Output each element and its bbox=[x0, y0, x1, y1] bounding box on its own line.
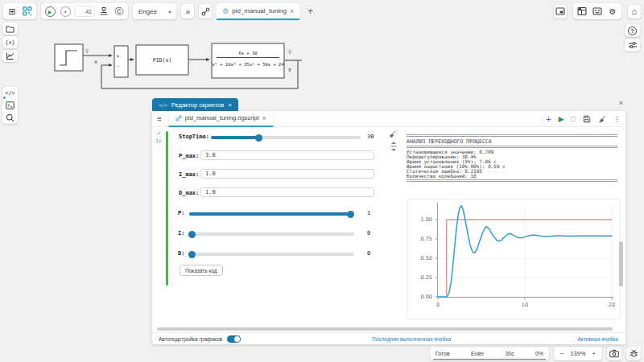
solver-name: Euler bbox=[471, 351, 484, 356]
run-cell-icon[interactable]: ▶ bbox=[559, 115, 564, 123]
search-help-icon[interactable] bbox=[2, 112, 18, 124]
sum-minus-sign: - bbox=[117, 63, 120, 69]
report-bug-icon[interactable] bbox=[626, 347, 641, 360]
panel-title: Редактор скриптов bbox=[171, 101, 224, 109]
stop-cell-icon[interactable]: □ bbox=[572, 115, 576, 123]
files-folder-icon[interactable] bbox=[2, 23, 18, 35]
settings-sliders-icon[interactable] bbox=[625, 39, 640, 51]
cell-list-icon[interactable]: ≡ bbox=[157, 114, 162, 123]
clear-output-icon[interactable] bbox=[388, 130, 396, 138]
clear-all-icon[interactable] bbox=[598, 115, 606, 123]
layout-grid-icon[interactable] bbox=[576, 5, 588, 18]
pid-block[interactable]: PID(s) bbox=[136, 45, 188, 75]
status-text: Готов bbox=[436, 351, 450, 356]
run-simulation-icon[interactable]: ▶ bbox=[43, 5, 56, 18]
svg-text:1.00: 1.00 bbox=[421, 216, 432, 223]
zoom-in-button[interactable]: + bbox=[592, 350, 596, 357]
chevron-down-icon: ▾ bbox=[168, 9, 171, 14]
close-editor-icon[interactable]: × bbox=[619, 99, 623, 107]
pmax-input[interactable] bbox=[200, 150, 374, 160]
pip-window-icon[interactable] bbox=[554, 5, 567, 19]
model-gear-icon: ⚙ bbox=[222, 7, 229, 15]
sim-progress: 0% bbox=[535, 351, 543, 356]
resize-handle-icon[interactable] bbox=[390, 142, 397, 151]
show-code-button[interactable]: Показать код bbox=[180, 265, 223, 276]
horizontal-scrollbar[interactable] bbox=[157, 327, 613, 331]
help-icon[interactable]: ? bbox=[625, 24, 640, 37]
vertical-scrollbar[interactable] bbox=[619, 241, 623, 286]
svg-text:0.75: 0.75 bbox=[421, 236, 432, 242]
more-options-icon[interactable]: ⋮ bbox=[613, 115, 621, 123]
signal-label-y: y bbox=[288, 66, 291, 72]
home-icon[interactable]: ⌂ bbox=[628, 5, 641, 19]
pid-label: PID(s) bbox=[153, 57, 171, 64]
model-canvas[interactable]: + - PID(s) 6s + 30 s⁴ + 10s³ + 35s² + 50… bbox=[44, 34, 310, 97]
step-block[interactable] bbox=[55, 44, 83, 71]
last-executed-cell-link[interactable]: Последняя выполненная ячейка bbox=[372, 336, 451, 342]
environment-select[interactable]: Engee ▾ bbox=[133, 3, 176, 19]
deploy-icon[interactable] bbox=[97, 5, 110, 18]
close-tab-icon[interactable]: × bbox=[290, 7, 294, 15]
stoptime-slider[interactable] bbox=[211, 136, 361, 139]
autoscale-toggle[interactable] bbox=[227, 335, 241, 343]
expand-tabs-icon[interactable]: » bbox=[181, 4, 194, 19]
signal-monitor-icon[interactable] bbox=[85, 49, 89, 53]
slider-thumb[interactable] bbox=[347, 211, 354, 218]
p-value: 1 bbox=[367, 210, 370, 216]
model-tab-label: pid_manual_tuning bbox=[232, 7, 287, 14]
i-label: I: bbox=[178, 230, 184, 237]
tab-pid-manual-tuning[interactable]: ⚙ pid_manual_tuning × bbox=[217, 3, 299, 20]
script-editor-title-tab[interactable]: </> Редактор скриптов × bbox=[152, 98, 238, 111]
tab-ngscript-file[interactable]: pid_manual_tuning.ngscript × bbox=[168, 111, 274, 127]
autoscale-label: Автоподстройка графиков bbox=[159, 336, 222, 342]
add-cell-icon[interactable]: + bbox=[546, 114, 551, 124]
sum-block[interactable]: + - bbox=[114, 46, 128, 77]
pmax-label: P_max: bbox=[179, 153, 199, 159]
active-cell-link[interactable]: Активная ячейка bbox=[577, 336, 618, 342]
i-slider[interactable] bbox=[189, 232, 354, 236]
link-model-icon[interactable] bbox=[199, 4, 212, 19]
engee-model-editor-icon[interactable] bbox=[21, 5, 34, 18]
plots-icon[interactable] bbox=[2, 50, 18, 62]
slider-thumb[interactable] bbox=[188, 251, 196, 258]
remote-desktop-icon[interactable] bbox=[591, 5, 604, 18]
signal-monitor-icon[interactable] bbox=[287, 50, 292, 54]
close-panel-icon[interactable]: × bbox=[228, 101, 232, 109]
file-tab-label: pid_manual_tuning.ngscript bbox=[185, 114, 259, 121]
code-generation-icon[interactable]: Ⓒ bbox=[113, 5, 126, 18]
environment-select-value: Engee bbox=[138, 8, 157, 15]
dmax-label: D_max: bbox=[179, 190, 199, 196]
svg-text:20: 20 bbox=[609, 302, 615, 308]
response-chart[interactable]: 0.000.250.500.751.0001020 bbox=[407, 199, 621, 319]
settings-gear-icon[interactable]: ⚙ bbox=[606, 5, 619, 18]
slider-thumb[interactable] bbox=[255, 134, 262, 142]
p-slider[interactable] bbox=[189, 212, 354, 216]
screenshot-camera-icon[interactable] bbox=[607, 347, 621, 360]
script-link-icon bbox=[175, 115, 182, 121]
slider-thumb[interactable] bbox=[188, 231, 196, 238]
d-slider[interactable] bbox=[189, 253, 354, 256]
imax-input[interactable] bbox=[200, 169, 374, 179]
window-group: ⊞ bbox=[3, 3, 36, 19]
window-layout-icon[interactable]: ⊞ bbox=[6, 5, 19, 18]
save-script-icon[interactable] bbox=[583, 115, 591, 123]
stop-simulation-icon[interactable]: ■ bbox=[59, 5, 72, 18]
transfer-function-block[interactable]: 6s + 30 s⁴ + 10s³ + 35s² + 50s + 24 bbox=[212, 43, 284, 78]
dmax-input[interactable] bbox=[200, 187, 374, 197]
status-bar: Готов Euler 30c 0% − 139% + bbox=[0, 344, 644, 362]
d-label: D: bbox=[178, 250, 184, 257]
terminal-icon[interactable] bbox=[2, 99, 18, 111]
active-panel-dot bbox=[3, 97, 6, 99]
tools-group: </> bbox=[2, 87, 18, 124]
new-tab-button[interactable]: + bbox=[304, 6, 316, 17]
zoom-out-button[interactable]: − bbox=[560, 350, 564, 357]
active-cell-bar[interactable] bbox=[166, 131, 168, 286]
sim-time: 30c bbox=[505, 351, 514, 356]
simulation-group: ▶ ■ Ⓒ bbox=[41, 3, 128, 19]
tf-numerator: 6s + 30 bbox=[238, 51, 257, 56]
close-file-icon[interactable]: × bbox=[262, 114, 266, 122]
simulation-steps-input[interactable] bbox=[74, 6, 95, 17]
variables-icon[interactable]: {x} bbox=[2, 36, 18, 48]
separator bbox=[407, 146, 617, 148]
simulation-status-box[interactable]: Готов Euler 30c 0% bbox=[430, 347, 549, 360]
